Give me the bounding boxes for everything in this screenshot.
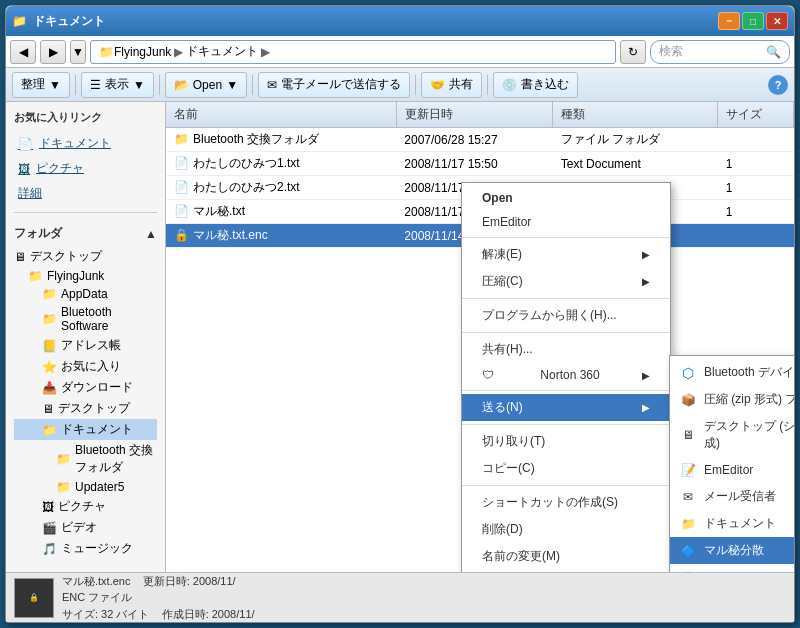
table-row[interactable]: 📄わたしのひみつ1.txt 2008/11/17 15:50 Text Docu… [166, 152, 794, 176]
dropdown-button[interactable]: ▼ [70, 40, 86, 64]
folder-tree: フォルダ ▲ 🖥 デスクトップ 📁 FlyingJunk 📁 AppData 📁 [14, 225, 157, 559]
close-button[interactable]: ✕ [766, 12, 788, 30]
sub-mail[interactable]: ✉ メール受信者 [670, 483, 794, 510]
sub-dvd[interactable]: 💿 DVD/CD-RW ドライブ (M:) [670, 564, 794, 572]
toolbar: 整理 ▼ ☰ 表示 ▼ 📂 Open ▼ ✉ 電子メールで送信する 🤝 共有 💿… [6, 68, 794, 102]
back-button[interactable]: ◀ [10, 40, 36, 64]
refresh-button[interactable]: ↻ [620, 40, 646, 64]
tree-item-documents[interactable]: 📁 ドキュメント [14, 419, 157, 440]
maximize-button[interactable]: □ [742, 12, 764, 30]
tree-icon-fj: 📁 [28, 269, 43, 283]
tree-item-updater[interactable]: 📁 Updater5 [14, 478, 157, 496]
ctx-norton[interactable]: 🛡 Norton 360 ▶ [462, 363, 670, 387]
ctx-compress[interactable]: 圧縮(C) ▶ [462, 268, 670, 295]
table-header-row: 名前 更新日時 種類 サイズ [166, 102, 794, 128]
window-controls: － □ ✕ [718, 12, 788, 30]
burn-label: 書き込む [521, 76, 569, 93]
tree-item-bt-folder[interactable]: 📁 Bluetooth 交換フォルダ [14, 440, 157, 478]
file-name: 🔒マル秘.txt.enc [166, 224, 396, 248]
ctx-delete[interactable]: 削除(D) [462, 516, 670, 543]
ctx-open-with[interactable]: プログラムから開く(H)... [462, 302, 670, 329]
organize-button[interactable]: 整理 ▼ [12, 72, 70, 98]
sub-bluetooth[interactable]: ⬡ Bluetooth デバイス [670, 359, 794, 386]
status-thumbnail: 🔒 [14, 578, 54, 618]
file-size: 1 [718, 152, 794, 176]
file-size: 1 [718, 200, 794, 224]
tree-item-appdata[interactable]: 📁 AppData [14, 285, 157, 303]
col-type[interactable]: 種類 [553, 102, 718, 128]
tree-item-address[interactable]: 📒 アドレス帳 [14, 335, 157, 356]
norton-arrow: ▶ [642, 370, 650, 381]
tree-item-desktop2[interactable]: 🖥 デスクトップ [14, 398, 157, 419]
file-list: 名前 更新日時 種類 サイズ 📁Bluetooth 交換フォルダ 2007/06… [166, 102, 794, 572]
tree-icon-btf: 📁 [56, 452, 71, 466]
tree-toggle[interactable]: ▲ [145, 227, 157, 241]
tree-item-video[interactable]: 🎬 ビデオ [14, 517, 157, 538]
window-title: ドキュメント [33, 13, 105, 30]
sendto-submenu: ⬡ Bluetooth デバイス 📦 圧縮 (zip 形式) フォルダ 🖥 デス… [669, 355, 794, 572]
sidebar-link-more[interactable]: 詳細 [14, 183, 157, 204]
ctx-copy[interactable]: コピー(C) [462, 455, 670, 482]
ctx-sep2 [462, 298, 670, 299]
ctx-sendto[interactable]: 送る(N) ▶ [462, 394, 670, 421]
sidebar-link-documents[interactable]: 📄 ドキュメント [14, 133, 157, 154]
bluetooth-icon: ⬡ [680, 365, 696, 381]
maruhi-icon: 🔷 [680, 543, 696, 559]
path-sep1: ▶ [174, 45, 183, 59]
emeditor-icon: 📝 [680, 462, 696, 478]
title-bar: 📁 ドキュメント － □ ✕ [6, 6, 794, 36]
col-size[interactable]: サイズ [718, 102, 794, 128]
email-icon: ✉ [267, 78, 277, 92]
organize-arrow: ▼ [49, 78, 61, 92]
sub-emeditor[interactable]: 📝 EmEditor [670, 457, 794, 483]
tree-item-download[interactable]: 📥 ダウンロード [14, 377, 157, 398]
address-path[interactable]: 📁 FlyingJunk ▶ ドキュメント ▶ [90, 40, 616, 64]
burn-button[interactable]: 💿 書き込む [493, 72, 578, 98]
minimize-button[interactable]: － [718, 12, 740, 30]
email-button[interactable]: ✉ 電子メールで送信する [258, 72, 410, 98]
ctx-cut[interactable]: 切り取り(T) [462, 428, 670, 455]
norton-icon: 🛡 [482, 368, 494, 382]
sub-documents[interactable]: 📁 ドキュメント [670, 510, 794, 537]
ctx-share[interactable]: 共有(H)... [462, 336, 670, 363]
tree-item-flyingjunk[interactable]: 📁 FlyingJunk [14, 267, 157, 285]
toolbar-sep2 [159, 75, 160, 95]
tree-item-pictures[interactable]: 🖼 ピクチャ [14, 496, 157, 517]
table-row[interactable]: 📁Bluetooth 交換フォルダ 2007/06/28 15:27 ファイル … [166, 128, 794, 152]
tree-icon-address: 📒 [42, 339, 57, 353]
sub-desktop-shortcut[interactable]: 🖥 デスクトップ (ショートカットを作成) [670, 413, 794, 457]
search-box[interactable]: 検索 🔍 [650, 40, 790, 64]
doc-icon: 📄 [18, 137, 33, 151]
toolbar-sep3 [252, 75, 253, 95]
file-type: ファイル フォルダ [553, 128, 718, 152]
sidebar-link-pictures[interactable]: 🖼 ピクチャ [14, 158, 157, 179]
tree-item-music[interactable]: 🎵 ミュージック [14, 538, 157, 559]
compress-arrow: ▶ [642, 276, 650, 287]
ctx-sep6 [462, 485, 670, 486]
tree-icon-docs: 📁 [42, 423, 57, 437]
help-button[interactable]: ? [768, 75, 788, 95]
tree-item-desktop[interactable]: 🖥 デスクトップ [14, 246, 157, 267]
desktop-icon: 🖥 [680, 427, 696, 443]
forward-button[interactable]: ▶ [40, 40, 66, 64]
search-placeholder: 検索 [659, 43, 683, 60]
ctx-extract[interactable]: 解凍(E) ▶ [462, 241, 670, 268]
ctx-rename[interactable]: 名前の変更(M) [462, 543, 670, 570]
mail-icon: ✉ [680, 489, 696, 505]
ctx-open[interactable]: Open [462, 186, 670, 210]
sub-maruhi[interactable]: 🔷 マル秘分散 [670, 537, 794, 564]
open-button[interactable]: 📂 Open ▼ [165, 72, 247, 98]
open-icon: 📂 [174, 78, 189, 92]
view-button[interactable]: ☰ 表示 ▼ [81, 72, 154, 98]
main-content: お気に入りリンク 📄 ドキュメント 🖼 ピクチャ 詳細 フォルダ ▲ 🖥 [6, 102, 794, 572]
tree-item-favorites[interactable]: ⭐ お気に入り [14, 356, 157, 377]
file-type: Text Document [553, 152, 718, 176]
tree-icon-pics: 🖼 [42, 500, 54, 514]
col-name[interactable]: 名前 [166, 102, 396, 128]
sub-zip[interactable]: 📦 圧縮 (zip 形式) フォルダ [670, 386, 794, 413]
tree-item-bluetooth-software[interactable]: 📁 Bluetooth Software [14, 303, 157, 335]
ctx-emeditor[interactable]: EmEditor [462, 210, 670, 234]
ctx-create-shortcut[interactable]: ショートカットの作成(S) [462, 489, 670, 516]
col-modified[interactable]: 更新日時 [396, 102, 552, 128]
share-button[interactable]: 🤝 共有 [421, 72, 482, 98]
